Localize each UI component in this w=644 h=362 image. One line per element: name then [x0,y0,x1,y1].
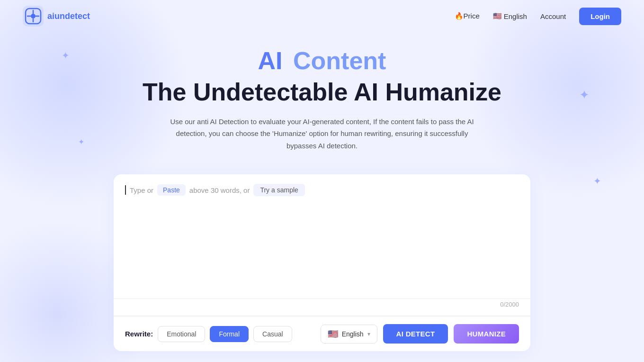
flag-icon: 🇺🇸 [493,12,502,20]
nav-links: 🔥Price 🇺🇸 English Account Login [455,8,621,25]
editor-textarea[interactable] [125,200,519,291]
editor-card: Type or Paste above 30 words, or Try a s… [114,174,530,351]
editor-area: Type or Paste above 30 words, or Try a s… [114,174,530,299]
language-label: English [342,330,364,338]
rewrite-label: Rewrite: [125,330,153,338]
rewrite-section: Rewrite: Emotional Formal Casual [125,326,292,342]
language-flag: 🇺🇸 [328,329,338,339]
bottom-bar: Rewrite: Emotional Formal Casual 🇺🇸 Engl… [114,316,530,351]
rewrite-emotional-button[interactable]: Emotional [158,326,205,342]
chevron-down-icon: ▾ [367,331,370,337]
navbar: aiundetect 🔥Price 🇺🇸 English Account Log… [0,0,644,32]
star-decoration-4: ✦ [593,175,601,187]
logo[interactable]: aiundetect [23,6,90,27]
hero-ai-text: AI [258,47,283,74]
try-sample-button[interactable]: Try a sample [253,184,304,196]
svg-point-2 [31,14,36,18]
english-link[interactable]: 🇺🇸 English [493,12,527,20]
cursor-indicator [125,185,126,195]
word-count: 0/2000 [114,299,530,316]
login-button[interactable]: Login [579,8,621,25]
humanize-button[interactable]: HUMANIZE [454,324,519,344]
ai-detect-button[interactable]: AI DETECT [383,324,448,344]
language-selector[interactable]: 🇺🇸 English ▾ [321,325,377,344]
hero-title: The Undetectable AI Humanize [9,77,635,107]
rewrite-formal-button[interactable]: Formal [210,326,249,342]
brand-name: aiundetect [47,11,90,21]
paste-button[interactable]: Paste [157,184,186,196]
above-label: above 30 words, or [189,186,250,194]
hero-description: Use our anti AI Detection to evaluate yo… [161,116,483,152]
price-link[interactable]: 🔥Price [455,12,480,20]
hero-line1: AI Content [9,47,635,74]
account-link[interactable]: Account [540,12,566,20]
action-section: 🇺🇸 English ▾ AI DETECT HUMANIZE [321,324,519,344]
type-label: Type or [130,186,153,194]
rewrite-casual-button[interactable]: Casual [253,326,292,342]
editor-toolbar: Type or Paste above 30 words, or Try a s… [125,184,519,196]
logo-icon [23,6,44,27]
hero-content-text: Content [293,47,386,74]
hero-section: AI Content The Undetectable AI Humanize … [0,32,644,174]
